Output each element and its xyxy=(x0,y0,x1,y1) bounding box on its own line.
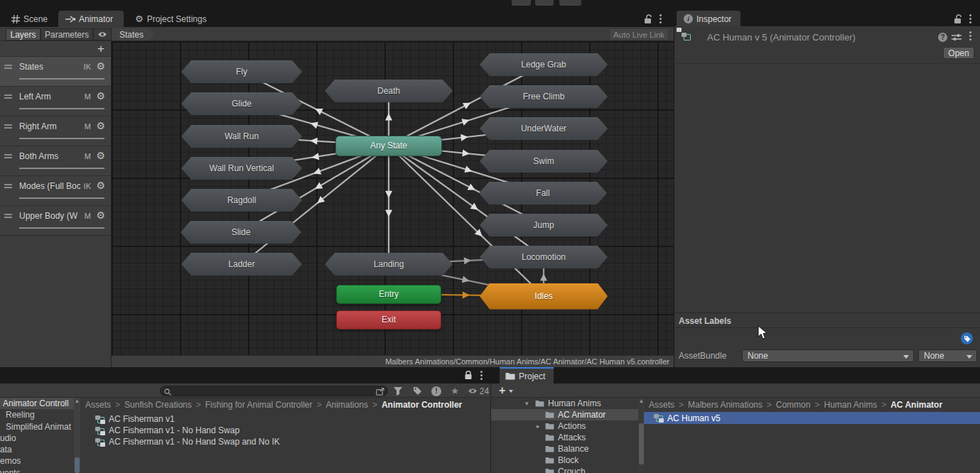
vertical-scrollbar[interactable]: ▲ xyxy=(74,398,80,473)
scrollbar-thumb[interactable] xyxy=(75,457,80,473)
graph-node-fly[interactable]: Fly xyxy=(181,60,302,83)
graph-node-ragdoll[interactable]: Ragdoll xyxy=(181,189,302,212)
add-layer-button[interactable]: + xyxy=(97,42,104,56)
open-search-window-icon[interactable] xyxy=(376,388,384,396)
gear-icon[interactable]: ⚙ xyxy=(96,60,105,72)
favorites-star-icon[interactable]: ★ xyxy=(447,386,463,396)
visible-items-toggle[interactable]: 24 xyxy=(465,386,491,396)
inspector-menu-kebab-icon[interactable] xyxy=(969,18,971,20)
breadcrumb-item[interactable]: AC Animator xyxy=(890,400,942,410)
tree-item-block[interactable]: Block xyxy=(491,455,638,466)
drag-handle-icon[interactable] xyxy=(4,214,12,215)
graph-breadcrumb-states[interactable]: States xyxy=(112,28,155,40)
parameters-tab[interactable]: Parameters xyxy=(41,28,93,40)
tab-project[interactable]: Project xyxy=(500,367,554,384)
state-machine-graph[interactable]: FlyGlideWall RunWall Run VerticalRagdoll… xyxy=(112,41,674,355)
search-by-label-icon[interactable] xyxy=(409,386,425,396)
unlock-icon[interactable] xyxy=(953,14,962,24)
assetbundle-variant-dropdown[interactable]: None xyxy=(918,349,977,362)
tree-item-crouch[interactable]: Crouch xyxy=(491,466,638,473)
tree-item-human-anims[interactable]: ▾Human Anims xyxy=(491,398,638,409)
layer-row[interactable]: Upper Body (WM⚙ xyxy=(0,206,111,236)
selected-asset-row[interactable]: AC Human v5 xyxy=(644,412,980,424)
asset-item[interactable]: AC Fisherman v1 xyxy=(80,413,485,425)
chevron-down-icon[interactable] xyxy=(509,390,513,393)
tree-item-attacks[interactable]: Attacks xyxy=(491,432,638,443)
lock-icon[interactable] xyxy=(464,371,473,380)
folder-item[interactable]: emos xyxy=(0,455,74,467)
graph-node-idles[interactable]: Idles xyxy=(480,283,608,310)
breadcrumb-item[interactable]: Malbers Animations xyxy=(688,400,763,410)
graph-node-ledge-grab[interactable]: Ledge Grab xyxy=(480,53,608,76)
layer-weight-slider[interactable] xyxy=(19,138,104,139)
chevron-right-icon[interactable]: ▸ xyxy=(537,420,540,432)
search-input[interactable] xyxy=(173,386,372,396)
asset-label-tag-button[interactable] xyxy=(961,332,973,344)
assetbundle-dropdown[interactable]: None xyxy=(742,349,914,362)
search-field[interactable] xyxy=(160,386,388,396)
gear-icon[interactable]: ⚙ xyxy=(96,90,105,102)
graph-node-death[interactable]: Death xyxy=(325,80,453,102)
layer-weight-slider[interactable] xyxy=(19,227,104,229)
search-by-type-icon[interactable] xyxy=(390,386,406,396)
auto-live-link-button[interactable]: Auto Live Link xyxy=(609,28,669,40)
layer-weight-slider[interactable] xyxy=(19,108,104,109)
scroll-up-arrow[interactable]: ▲ xyxy=(638,398,645,404)
layer-row[interactable]: Both ArmsM⚙ xyxy=(0,146,111,176)
breadcrumb-item[interactable]: Fishing for Animal Controller xyxy=(205,400,313,410)
graph-node-wall-run-vertical[interactable]: Wall Run Vertical xyxy=(181,157,302,180)
step-button[interactable] xyxy=(559,0,581,6)
tab-project-settings[interactable]: ⚙ Project Settings xyxy=(128,11,214,27)
layer-row[interactable]: StatesIK⚙ xyxy=(0,57,111,87)
graph-node-landing[interactable]: Landing xyxy=(325,253,453,276)
graph-node-underwater[interactable]: UnderWater xyxy=(480,117,608,140)
tab-inspector[interactable]: i Inspector xyxy=(677,11,741,27)
tree-item-actions[interactable]: ▸Actions xyxy=(491,420,638,432)
gear-icon[interactable]: ⚙ xyxy=(96,180,105,191)
breadcrumb-item[interactable]: Assets xyxy=(85,400,111,410)
gear-icon[interactable]: ⚙ xyxy=(96,120,105,131)
scroll-up-arrow[interactable]: ▲ xyxy=(74,398,80,404)
chevron-down-icon[interactable]: ▾ xyxy=(525,398,529,409)
asset-item[interactable]: AC Fisherman v1 - No Hand Swap xyxy=(80,425,485,436)
graph-node-ladder[interactable]: Ladder xyxy=(181,253,302,276)
gear-icon[interactable]: ⚙ xyxy=(96,210,105,221)
folder-item[interactable]: Simplified Animat xyxy=(0,421,74,433)
graph-node-wall-run[interactable]: Wall Run xyxy=(181,125,302,148)
graph-node-exit[interactable]: Exit xyxy=(336,310,441,330)
layer-row[interactable]: Left ArmM⚙ xyxy=(0,87,111,116)
graph-node-free-climb[interactable]: Free Climb xyxy=(480,85,608,108)
graph-node-any-state[interactable]: Any State xyxy=(335,136,442,156)
breadcrumb-item[interactable]: Sunfish Creations xyxy=(124,400,192,410)
drag-handle-icon[interactable] xyxy=(4,184,12,185)
breadcrumb-item[interactable]: Animations xyxy=(326,400,368,410)
folder-item[interactable]: udio xyxy=(0,433,74,444)
layer-weight-slider[interactable] xyxy=(19,78,104,80)
gear-icon[interactable]: ⚙ xyxy=(96,150,105,161)
open-button[interactable]: Open xyxy=(943,47,974,59)
tree-item-balance[interactable]: Balance xyxy=(491,443,638,455)
drag-handle-icon[interactable] xyxy=(4,154,12,156)
breadcrumb-item[interactable]: Assets xyxy=(649,400,674,410)
layer-weight-slider[interactable] xyxy=(19,197,104,199)
layer-row[interactable]: Modes (Full BocIK⚙ xyxy=(0,176,111,206)
folder-item[interactable]: Reeling xyxy=(0,409,74,420)
layers-tab[interactable]: Layers xyxy=(6,28,41,40)
inspector-header-kebab-icon[interactable] xyxy=(969,35,971,37)
graph-node-slide[interactable]: Slide xyxy=(181,221,301,244)
layer-weight-slider[interactable] xyxy=(19,168,104,169)
vertical-scrollbar[interactable]: ▲ xyxy=(638,398,645,473)
scrollbar-thumb[interactable] xyxy=(639,423,644,464)
pause-button[interactable] xyxy=(535,0,554,6)
play-button[interactable] xyxy=(512,0,531,6)
create-asset-button[interactable]: + xyxy=(499,384,505,397)
graph-node-fall[interactable]: Fall xyxy=(479,182,607,205)
tree-item-ac-animator[interactable]: AC Animator xyxy=(491,409,638,420)
presets-icon[interactable] xyxy=(952,33,962,41)
folder-item[interactable]: ata xyxy=(0,444,74,455)
asset-item[interactable]: AC Fisherman v1 - No Hand Swap and No IK xyxy=(80,436,485,447)
graph-node-swim[interactable]: Swim xyxy=(480,150,608,173)
breadcrumb-item[interactable]: Common xyxy=(776,400,811,410)
drag-handle-icon[interactable] xyxy=(4,124,12,126)
graph-node-glide[interactable]: Glide xyxy=(181,92,302,115)
